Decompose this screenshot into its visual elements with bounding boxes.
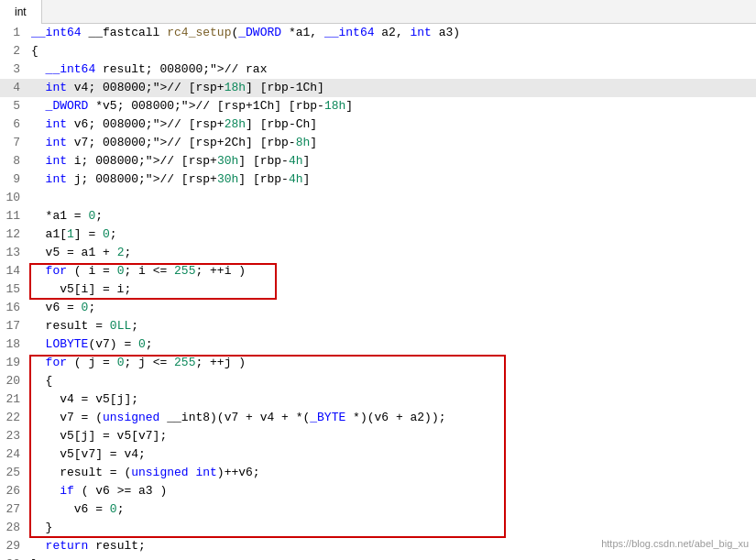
- line-content: {: [27, 372, 52, 390]
- code-line: 20 {: [0, 372, 756, 390]
- code-container: int 1__int64 __fastcall rc4_setup(_DWORD…: [0, 0, 756, 560]
- line-number: 1: [0, 24, 27, 42]
- line-number: 11: [0, 207, 27, 225]
- code-line: 14 for ( i = 0; i <= 255; ++i ): [0, 262, 756, 280]
- line-content: v5[j] = v5[v7];: [27, 427, 167, 445]
- line-content: for ( i = 0; i <= 255; ++i ): [27, 262, 246, 280]
- line-number: 25: [0, 464, 27, 482]
- line-number: 17: [0, 317, 27, 335]
- line-content: }: [27, 519, 52, 537]
- line-content: a1[1] = 0;: [27, 225, 117, 244]
- line-number: 6: [0, 115, 27, 134]
- code-line: 11 *a1 = 0;: [0, 207, 756, 225]
- line-content: __int64 __fastcall rc4_setup(_DWORD *a1,…: [27, 24, 460, 42]
- line-content: result = (unsigned int)++v6;: [27, 464, 260, 482]
- line-content: LOBYTE(v7) = 0;: [27, 335, 153, 354]
- line-number: 23: [0, 427, 27, 445]
- code-line: 16 v6 = 0;: [0, 299, 756, 317]
- code-line: 13 v5 = a1 + 2;: [0, 244, 756, 262]
- line-content: v6 = 0;: [27, 299, 95, 317]
- line-content: int v7; 008000;">// [rsp+2Ch] [rbp-8h]: [27, 134, 317, 152]
- line-number: 10: [0, 189, 27, 207]
- code-line: 19 for ( j = 0; j <= 255; ++j ): [0, 354, 756, 372]
- line-number: 15: [0, 280, 27, 299]
- line-number: 4: [0, 79, 27, 97]
- line-number: 29: [0, 537, 27, 555]
- line-content: result = 0LL;: [27, 317, 138, 335]
- tab-bar[interactable]: int: [0, 0, 756, 24]
- line-number: 21: [0, 390, 27, 409]
- line-number: 5: [0, 97, 27, 115]
- line-content: int i; 008000;">// [rsp+30h] [rbp-4h]: [27, 152, 310, 170]
- code-line: 2{: [0, 42, 756, 60]
- line-content: if ( v6 >= a3 ): [27, 482, 167, 500]
- line-content: int v4; 008000;">// [rsp+18h] [rbp-1Ch]: [27, 79, 324, 97]
- code-line: 26 if ( v6 >= a3 ): [0, 482, 756, 500]
- line-number: 28: [0, 519, 27, 537]
- code-line: 3 __int64 result; 008000;">// rax: [0, 60, 756, 79]
- line-content: v7 = (unsigned __int8)(v7 + v4 + *(_BYTE…: [27, 409, 446, 427]
- line-content: }: [27, 555, 38, 560]
- line-number: 3: [0, 60, 27, 79]
- code-line: 8 int i; 008000;">// [rsp+30h] [rbp-4h]: [0, 152, 756, 170]
- line-number: 13: [0, 244, 27, 262]
- line-content: v5[v7] = v4;: [27, 445, 146, 464]
- line-number: 18: [0, 335, 27, 354]
- watermark: https://blog.csdn.net/abel_big_xu: [601, 534, 749, 553]
- code-line: 23 v5[j] = v5[v7];: [0, 427, 756, 445]
- line-number: 26: [0, 482, 27, 500]
- line-content: *a1 = 0;: [27, 207, 103, 225]
- code-line: 1__int64 __fastcall rc4_setup(_DWORD *a1…: [0, 24, 756, 42]
- code-line: 12 a1[1] = 0;: [0, 225, 756, 244]
- line-content: int j; 008000;">// [rsp+30h] [rbp-4h]: [27, 170, 310, 189]
- code-line: 5 _DWORD *v5; 008000;">// [rsp+1Ch] [rbp…: [0, 97, 756, 115]
- line-number: 2: [0, 42, 27, 60]
- code-line: 27 v6 = 0;: [0, 500, 756, 519]
- tab-int[interactable]: int: [0, 0, 42, 24]
- code-line: 10: [0, 189, 756, 207]
- line-number: 30: [0, 555, 27, 560]
- line-content: v6 = 0;: [27, 500, 124, 519]
- code-line: 9 int j; 008000;">// [rsp+30h] [rbp-4h]: [0, 170, 756, 189]
- line-number: 19: [0, 354, 27, 372]
- code-line: 25 result = (unsigned int)++v6;: [0, 464, 756, 482]
- line-content: return result;: [27, 537, 146, 555]
- line-content: int v6; 008000;">// [rsp+28h] [rbp-Ch]: [27, 115, 317, 134]
- code-line: 22 v7 = (unsigned __int8)(v7 + v4 + *(_B…: [0, 409, 756, 427]
- code-line: 18 LOBYTE(v7) = 0;: [0, 335, 756, 354]
- line-number: 20: [0, 372, 27, 390]
- code-line: 17 result = 0LL;: [0, 317, 756, 335]
- line-content: v4 = v5[j];: [27, 390, 138, 409]
- code-line: 24 v5[v7] = v4;: [0, 445, 756, 464]
- line-content: for ( j = 0; j <= 255; ++j ): [27, 354, 246, 372]
- code-area: 1__int64 __fastcall rc4_setup(_DWORD *a1…: [0, 24, 756, 560]
- line-number: 27: [0, 500, 27, 519]
- line-number: 12: [0, 225, 27, 244]
- code-line: 7 int v7; 008000;">// [rsp+2Ch] [rbp-8h]: [0, 134, 756, 152]
- code-line: 15 v5[i] = i;: [0, 280, 756, 299]
- line-content: __int64 result; 008000;">// rax: [27, 60, 267, 79]
- line-number: 16: [0, 299, 27, 317]
- line-number: 9: [0, 170, 27, 189]
- line-number: 22: [0, 409, 27, 427]
- code-line: 21 v4 = v5[j];: [0, 390, 756, 409]
- line-number: 14: [0, 262, 27, 280]
- line-content: {: [27, 42, 38, 60]
- line-number: 8: [0, 152, 27, 170]
- code-line: 30}: [0, 555, 756, 560]
- line-number: 7: [0, 134, 27, 152]
- line-content: v5 = a1 + 2;: [27, 244, 131, 262]
- line-content: v5[i] = i;: [27, 280, 131, 299]
- line-number: 24: [0, 445, 27, 464]
- code-line: 4 int v4; 008000;">// [rsp+18h] [rbp-1Ch…: [0, 79, 756, 97]
- code-line: 6 int v6; 008000;">// [rsp+28h] [rbp-Ch]: [0, 115, 756, 134]
- line-content: _DWORD *v5; 008000;">// [rsp+1Ch] [rbp-1…: [27, 97, 353, 115]
